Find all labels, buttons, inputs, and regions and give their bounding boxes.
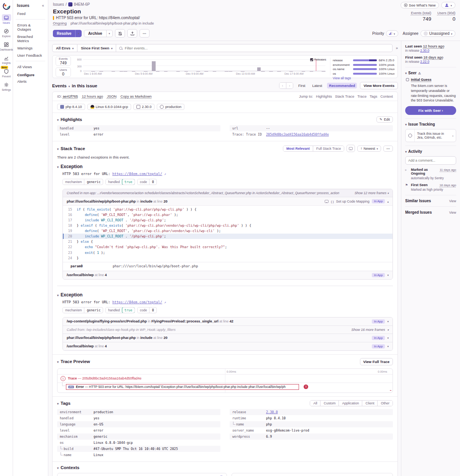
exception-url-link[interactable]: https://84em.com/toptal/	[112, 172, 162, 176]
tag-chip[interactable]: php 8.4.10	[57, 104, 85, 110]
thread-button[interactable]	[347, 145, 355, 152]
jump-link[interactable]: Trace	[357, 94, 366, 98]
chevron-down-icon[interactable]	[387, 336, 389, 340]
sidebar-item-breached-metrics[interactable]: Breached Metrics	[16, 33, 45, 44]
code-line[interactable]: 20 include WP_CLI_ROOT . '/php/wp-cli.ph…	[63, 234, 393, 239]
rail-item-dashboards[interactable]: Dashboards	[0, 41, 13, 51]
code-line[interactable]: 23 exit( 1 );	[63, 250, 393, 255]
rail-item-explore[interactable]: Explore	[0, 28, 13, 38]
rail-item-insights[interactable]: Insights	[0, 54, 13, 64]
view-more-events-button[interactable]: View More Events	[360, 82, 398, 89]
code-line[interactable]: 19 define( 'WP_CLI_ROOT', 'phar://wp-cli…	[63, 228, 393, 234]
previous-event-button[interactable]	[279, 83, 286, 88]
collapse-icon[interactable]	[405, 149, 407, 154]
releases-toggle[interactable]: Releases	[310, 58, 326, 61]
collapse-icon[interactable]	[57, 359, 59, 364]
breadcrumb-issues-link[interactable]: Issues	[53, 2, 64, 7]
collapse-icon[interactable]	[405, 71, 407, 75]
similar-issues-view-link[interactable]: View	[449, 199, 456, 203]
rail-item-settings[interactable]: Settings	[0, 81, 13, 91]
chevron-down-icon[interactable]	[387, 319, 389, 323]
issue-tracking-card[interactable]: Track this issue in Jira, GitHub, etc.	[405, 129, 456, 142]
last-seen-release-link[interactable]: 2.30.0	[420, 49, 429, 52]
code-line[interactable]: 24}	[63, 255, 393, 261]
collapse-sidebar-icon[interactable]	[42, 3, 44, 8]
jump-link[interactable]: Context	[380, 94, 393, 98]
search-input[interactable]	[125, 46, 389, 50]
first-seen-value[interactable]: 18 days ago	[424, 55, 444, 59]
tag-summary-row[interactable]: os100% Linux 6.8.0-1044-g...	[333, 72, 394, 75]
code-line[interactable]: 16 define( 'WP_CLI_ROOT', 'phar://wp-cli…	[63, 212, 393, 218]
collapse-icon[interactable]	[405, 122, 407, 126]
copy-markdown-link[interactable]: Copy as Markdown	[120, 94, 151, 98]
collapse-icon[interactable]	[57, 146, 59, 151]
stack-more-button[interactable]	[383, 146, 393, 152]
events-dropdown[interactable]: Events	[52, 83, 67, 88]
view-all-tags-link[interactable]: View all tags	[333, 76, 394, 80]
activity-time[interactable]: 18 days ago	[439, 183, 456, 187]
most-relevant-toggle[interactable]: Most Relevant	[283, 146, 313, 151]
code-line[interactable]: 21} else {	[63, 239, 393, 244]
next-event-button[interactable]	[286, 83, 293, 88]
recommended-event-link[interactable]: Recommended	[327, 83, 357, 88]
archive-button[interactable]: Archive	[84, 30, 113, 37]
breadcrumb-project[interactable]: 84EM-6P	[74, 2, 90, 7]
setup-code-mapping-link[interactable]: Set up Code Mapping	[336, 200, 370, 203]
collapse-icon[interactable]	[57, 465, 59, 470]
first-event-link[interactable]: First	[296, 83, 307, 88]
tag-chip[interactable]: Linux 6.8.0-1044-gcp	[87, 104, 131, 110]
frame-header[interactable]: /wp-content/plugins/flying-press/src/Pre…	[63, 317, 393, 326]
fix-with-seer-button[interactable]: Fix with Seer ›	[405, 106, 456, 115]
frame-header[interactable]: phar:///usr/local/bin/wp/php/boot-phar.p…	[63, 197, 393, 205]
resolve-dropdown[interactable]	[75, 30, 82, 37]
users-label[interactable]: Users (90d)	[437, 11, 455, 15]
collapse-icon[interactable]	[57, 292, 59, 298]
issue-status[interactable]: Ongoing	[53, 21, 67, 25]
comment-bubble-icon[interactable]	[325, 200, 329, 203]
tag-summary-row[interactable]: os.name100% Linux	[333, 67, 394, 71]
tags-filter-option[interactable]: All	[310, 401, 320, 406]
full-stack-toggle[interactable]: Full Stack Trace	[313, 146, 344, 151]
merged-issues-view-link[interactable]: View	[449, 211, 456, 214]
jump-link[interactable]: Tags	[370, 94, 377, 98]
chevron-down-icon[interactable]	[387, 344, 389, 348]
share-button[interactable]	[127, 29, 137, 38]
exception-url-link[interactable]: https://84em.com/toptal/	[112, 300, 162, 304]
tags-filter-option[interactable]: Custom	[320, 401, 338, 406]
priority-dropdown[interactable]	[386, 30, 398, 37]
jump-link[interactable]: Stack Trace	[335, 94, 354, 98]
frame-header[interactable]: /usr/local/bin/wp at line 4 In App	[63, 342, 393, 350]
archive-dropdown[interactable]	[106, 30, 113, 37]
frame-header[interactable]: /usr/local/bin/wp at line 4 In App	[63, 271, 393, 279]
frame-header[interactable]: phar:///usr/local/bin/wp/php/boot-phar.p…	[63, 334, 393, 342]
tags-filter-option[interactable]: Application	[338, 401, 362, 406]
rail-item-prevent[interactable]: Beta Prevent	[0, 68, 13, 78]
in-app-badge[interactable]: In App	[372, 199, 385, 203]
tags-filter-option[interactable]: Client	[362, 401, 377, 406]
code-line[interactable]: 17 include WP_CLI_ROOT . '/php/wp-cli.ph…	[63, 218, 393, 223]
sidebar-item-errors-outages[interactable]: Errors & Outages	[16, 21, 45, 33]
profile-menu-button[interactable]	[441, 2, 455, 8]
sentry-logo-icon[interactable]	[2, 2, 11, 10]
chart-users-stat[interactable]: Users 0	[56, 67, 71, 77]
in-app-badge[interactable]: In App	[372, 273, 385, 277]
sidebar-item-alerts[interactable]: Alerts	[16, 78, 45, 85]
trace-root-row[interactable]: 1 Trace — 205d9d8bc3ad4156aa16ab4d50ffad…	[58, 375, 393, 383]
in-app-badge[interactable]: In App	[372, 344, 385, 348]
show-more-frames-link[interactable]: Show 12 more frames	[355, 191, 386, 195]
chart-events-stat[interactable]: Events 749	[56, 56, 71, 66]
trace-scrollbar[interactable]	[390, 390, 391, 391]
collapse-icon[interactable]	[57, 401, 59, 406]
json-link[interactable]: JSON	[107, 94, 117, 98]
in-app-badge[interactable]: In App	[372, 319, 385, 324]
first-seen-release-link[interactable]: 2.22.0	[420, 60, 429, 64]
view-full-trace-button[interactable]: View Full Trace	[360, 358, 393, 365]
event-id[interactable]: ae42f765	[63, 94, 78, 98]
chevron-down-icon[interactable]	[387, 273, 389, 277]
collapse-icon[interactable]	[57, 117, 59, 122]
code-line[interactable]: 15if ( file_exists( 'phar://wp-cli.phar/…	[63, 207, 393, 212]
collapse-icon[interactable]	[57, 164, 59, 169]
crashed-in-row[interactable]: Crashed in non-app: ...r/vendor/woocomme…	[63, 189, 393, 197]
tag-summary-row[interactable]: environment100% production	[333, 63, 394, 67]
trace-error-bar[interactable]: php Error — HTTP 503 error for URL: http…	[66, 384, 299, 390]
